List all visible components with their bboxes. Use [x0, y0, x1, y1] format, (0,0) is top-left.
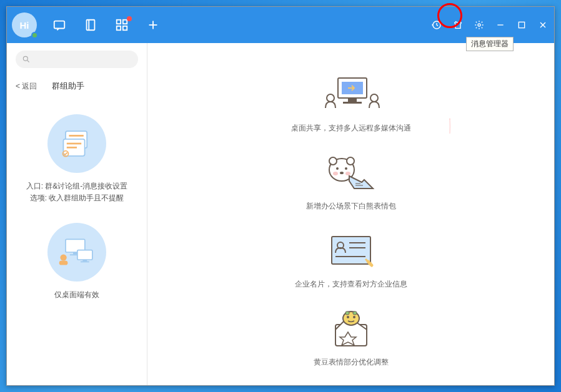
svg-point-39	[329, 157, 337, 165]
feature1-line2: 选项: 收入群组助手且不提醒	[26, 192, 128, 204]
promo-bear-icon	[317, 151, 385, 196]
svg-point-37	[370, 94, 378, 102]
promo-business-card: 企业名片，支持查看对方企业信息	[295, 229, 407, 290]
svg-rect-27	[77, 250, 92, 260]
feature-text-1: 入口: 群&讨论组-消息接收设置 选项: 收入群组助手且不提醒	[26, 180, 128, 204]
svg-rect-57	[345, 311, 349, 315]
feature-desktop-icon	[47, 223, 106, 282]
status-online-icon	[31, 32, 38, 39]
feature-doc-icon	[47, 114, 106, 173]
svg-point-55	[347, 316, 349, 318]
svg-rect-25	[73, 252, 77, 254]
apps-icon[interactable]	[115, 18, 129, 32]
search-input[interactable]	[34, 55, 132, 64]
svg-rect-3	[117, 20, 121, 24]
svg-point-15	[23, 56, 27, 61]
tooltip-message-manager: 消息管理器	[466, 37, 514, 51]
feature1-line1: 入口: 群&讨论组-消息接收设置	[26, 180, 128, 192]
search-icon	[22, 55, 31, 64]
settings-icon[interactable]	[473, 19, 485, 31]
skin-icon[interactable]	[452, 19, 464, 31]
svg-point-10	[478, 24, 480, 26]
maximize-button[interactable]	[515, 19, 528, 31]
svg-rect-58	[353, 311, 357, 315]
app-window: Hi	[6, 6, 555, 386]
svg-rect-1	[87, 20, 95, 31]
promo-emoji-update: 黄豆表情部分优化调整	[314, 307, 389, 368]
svg-point-41	[336, 167, 339, 170]
avatar-text: Hi	[20, 20, 29, 31]
promo-emoji-icon	[317, 307, 385, 352]
titlebar-controls	[430, 19, 549, 31]
close-button[interactable]	[537, 19, 549, 31]
svg-rect-29	[81, 262, 89, 263]
svg-rect-4	[123, 20, 127, 24]
promo-bear-sticker: 新增办公场景下白熊表情包	[306, 151, 396, 212]
history-icon[interactable]	[430, 19, 443, 31]
minimize-button[interactable]	[494, 19, 507, 31]
promo-text-3: 企业名片，支持查看对方企业信息	[295, 279, 407, 290]
feature-text-2: 仅桌面端有效	[54, 289, 99, 301]
svg-point-56	[353, 316, 355, 318]
titlebar-tabs	[52, 18, 160, 32]
promo-text-2: 新增办公场景下白熊表情包	[306, 201, 396, 212]
body: < 返回 群组助手 入口: 群&讨论组-消息接收设置 选项: 收入群组助手且不提…	[7, 43, 554, 385]
svg-line-16	[27, 61, 29, 62]
promo-screen-share: 桌面共享，支持多人远程多媒体沟通	[291, 73, 411, 134]
promo-text-1: 桌面共享，支持多人远程多媒体沟通	[291, 123, 411, 134]
add-icon[interactable]	[146, 18, 160, 32]
svg-rect-35	[343, 102, 362, 104]
svg-rect-6	[123, 26, 127, 30]
svg-rect-48	[332, 237, 370, 264]
svg-point-44	[333, 172, 338, 175]
svg-point-40	[347, 157, 354, 165]
back-label: 返回	[22, 82, 37, 91]
svg-rect-0	[54, 21, 65, 29]
svg-point-42	[345, 167, 347, 170]
svg-point-30	[60, 255, 66, 261]
back-row: < 返回 群组助手	[7, 77, 147, 103]
sidebar-title: 群组助手	[52, 81, 84, 92]
svg-rect-5	[117, 26, 121, 30]
svg-rect-28	[82, 260, 87, 262]
back-button[interactable]: < 返回	[16, 81, 37, 92]
svg-rect-31	[59, 261, 68, 265]
promo-card-icon	[317, 229, 385, 274]
svg-point-36	[327, 94, 334, 102]
svg-point-43	[340, 172, 344, 174]
sidebar: < 返回 群组助手 入口: 群&讨论组-消息接收设置 选项: 收入群组助手且不提…	[7, 43, 147, 385]
feature-desktop-only: 仅桌面端有效	[7, 212, 147, 308]
main-content: 桌面共享，支持多人远程多媒体沟通 新增办公场景下白熊表情包 企业名片，支持查看对…	[147, 43, 554, 385]
chat-icon[interactable]	[52, 18, 66, 32]
contacts-icon[interactable]	[84, 18, 97, 32]
svg-rect-34	[348, 98, 357, 102]
svg-point-45	[345, 172, 350, 175]
avatar[interactable]: Hi	[12, 12, 37, 37]
svg-rect-12	[519, 22, 524, 27]
promo-screen-share-icon	[317, 73, 385, 118]
promo-text-4: 黄豆表情部分优化调整	[314, 357, 389, 368]
notification-badge	[127, 16, 132, 21]
feature-group-settings: 入口: 群&讨论组-消息接收设置 选项: 收入群组助手且不提醒	[7, 103, 147, 212]
search-box[interactable]	[16, 51, 138, 68]
